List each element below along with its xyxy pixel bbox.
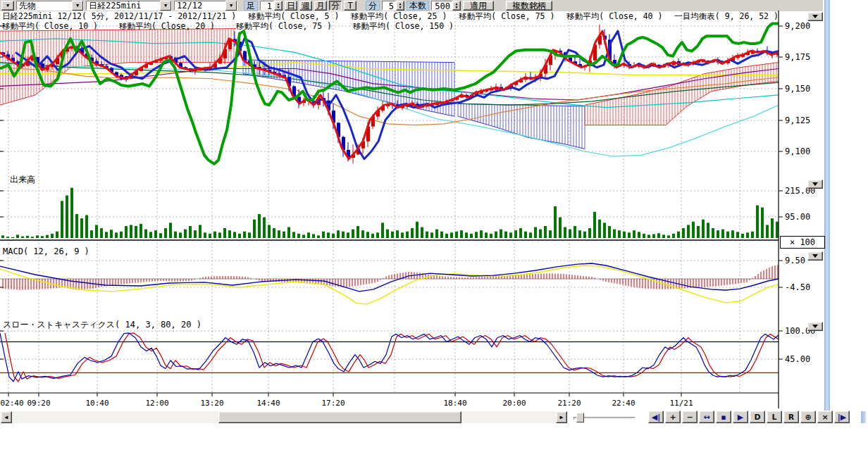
svg-text:9,100: 9,100 — [785, 146, 810, 156]
fit-width-button[interactable]: ↔ — [699, 411, 714, 423]
svg-text:22:40: 22:40 — [612, 399, 635, 408]
scroll-right-button[interactable]: ▶ — [556, 411, 567, 423]
minus-icon: − — [686, 413, 693, 422]
r-button[interactable]: R — [783, 411, 799, 423]
arrow-right-bar-icon: |▶ — [838, 413, 846, 422]
svg-text:20:00: 20:00 — [502, 399, 526, 408]
jump-end-button[interactable]: |▶ — [834, 411, 850, 423]
svg-text:-4.50: -4.50 — [785, 282, 810, 292]
close-icon: × — [822, 413, 828, 422]
zoom-out-button[interactable]: − — [682, 411, 698, 423]
legend-ma150: 移動平均( Close, 150 ) — [353, 21, 454, 32]
svg-text:14:40: 14:40 — [256, 399, 280, 408]
double-arrow-icon: ↔ — [703, 413, 709, 422]
chart-title: 日経225mini 12/12( 5分, 2012/11/17 - 2012/1… — [2, 11, 236, 22]
svg-text:9,175: 9,175 — [785, 52, 810, 62]
legend-ma75b: 移動平均( Close, 75 ) — [236, 21, 332, 32]
legend-ma20: 移動平均( Close, 20 ) — [119, 21, 215, 32]
chart-nav-toolbar: ◀| + − ↔ ▪ ▶ D L R ⊕ × |▶ — [648, 411, 850, 423]
svg-text:09:20: 09:20 — [27, 399, 50, 408]
play-icon: ▶ — [738, 413, 743, 422]
volume-pane-label: 出来高 — [10, 174, 35, 186]
zoom-slider[interactable] — [572, 411, 637, 423]
svg-text:45.00: 45.00 — [785, 354, 810, 364]
magnifier-icon: ⊕ — [805, 413, 811, 422]
slider-handle[interactable] — [576, 413, 584, 423]
vertical-scrollbar[interactable] — [824, 0, 830, 411]
svg-text:21:20: 21:20 — [557, 399, 581, 408]
legend-row-2: 移動平均( Close, 10 ) 移動平均( Close, 20 ) 移動平均… — [2, 21, 454, 32]
legend-ma75: 移動平均( Close, 75 ) — [459, 11, 554, 22]
close-button[interactable]: × — [817, 411, 833, 423]
price-pane-collapse-button[interactable] — [807, 12, 823, 21]
l-button[interactable]: L — [767, 411, 782, 423]
legend-ma10: 移動平均( Close, 10 ) — [2, 21, 98, 32]
d-button[interactable]: D — [750, 411, 765, 423]
legend-row-1: 日経225mini 12/12( 5分, 2012/11/17 - 2012/1… — [2, 11, 779, 22]
volume-pane-collapse-button[interactable] — [807, 180, 823, 189]
triangle-down-icon — [812, 182, 818, 186]
legend-ma5: 移動平均( Close, 5 ) — [248, 11, 339, 22]
svg-text:9,150: 9,150 — [785, 84, 810, 94]
legend-ma25: 移動平均( Close, 25 ) — [351, 11, 447, 22]
legend-ichimoku: 一目均衡表( 9, 26, 52 ) — [674, 11, 779, 22]
macd-pane-label: MACD( 12, 26, 9 ) — [3, 246, 89, 256]
scrollbar-thumb[interactable] — [218, 411, 461, 423]
stoch-pane-label: スロー・ストキャスティクス( 14, 3, 80, 20 ) — [3, 319, 202, 331]
triangle-down-icon — [812, 254, 818, 258]
horizontal-scrollbar[interactable]: ◀ ▶ — [0, 411, 568, 423]
square-icon: ▪ — [721, 413, 726, 422]
svg-text:18:40: 18:40 — [443, 399, 466, 408]
chart-canvas[interactable]: 02:4009:2010:4012:0013:2014:4017:2018:40… — [0, 0, 868, 458]
zoom-in-button[interactable]: + — [665, 411, 681, 423]
svg-text:95.00: 95.00 — [785, 212, 810, 222]
bottom-right-scroll-sliver — [861, 411, 866, 423]
jump-start-button[interactable]: ◀| — [648, 411, 664, 423]
magnify-button[interactable]: ⊕ — [800, 411, 816, 423]
svg-text:11/21: 11/21 — [669, 399, 693, 408]
play-button[interactable]: ▶ — [733, 411, 748, 423]
chart-application-window: ▼ 先物 ▼ 日経225mini ▼ 12/12 ▼ 足 1 ▲▼ 日 週 月 … — [0, 0, 868, 469]
svg-text:17:20: 17:20 — [321, 399, 345, 408]
volume-multiplier-badge: × 100 — [780, 236, 825, 249]
triangle-down-icon — [812, 325, 818, 328]
stoch-pane-collapse-button[interactable] — [807, 322, 823, 331]
legend-ma40: 移動平均( Close, 40 ) — [566, 11, 662, 22]
svg-text:13:20: 13:20 — [200, 399, 223, 408]
arrow-left-bar-icon: ◀| — [652, 413, 660, 422]
svg-text:9,125: 9,125 — [785, 115, 810, 125]
arrow-right-icon: ▶ — [560, 414, 564, 420]
scroll-left-button[interactable]: ◀ — [1, 411, 12, 423]
svg-text:12:00: 12:00 — [145, 399, 168, 408]
arrow-left-icon: ◀ — [5, 414, 8, 420]
svg-text:10:40: 10:40 — [85, 399, 108, 408]
svg-text:02:40: 02:40 — [0, 399, 23, 408]
triangle-down-icon — [812, 15, 818, 18]
svg-text:9.50: 9.50 — [785, 256, 805, 265]
stop-button[interactable]: ▪ — [716, 411, 731, 423]
plus-icon: + — [669, 413, 676, 422]
svg-text:9,200: 9,200 — [785, 21, 810, 31]
macd-pane-collapse-button[interactable] — [807, 251, 823, 261]
